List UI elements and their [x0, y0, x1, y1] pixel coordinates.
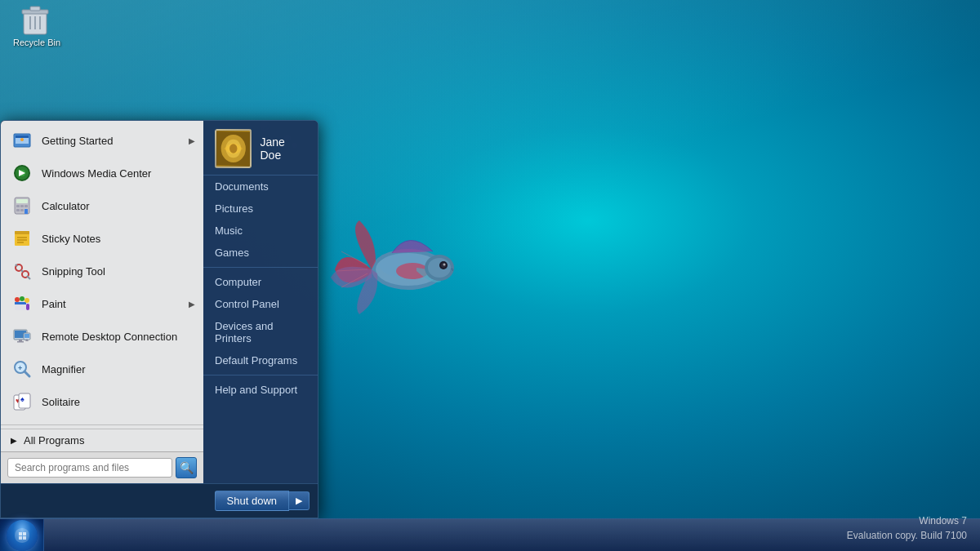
right-menu-pictures[interactable]: Pictures: [203, 198, 318, 220]
svg-rect-30: [24, 205, 28, 207]
svg-point-47: [20, 296, 24, 301]
right-separator-2: [203, 375, 318, 375]
solitaire-label: Solitaire: [42, 396, 194, 408]
menu-item-sticky-notes[interactable]: Sticky Notes: [1, 222, 203, 255]
svg-point-21: [20, 138, 24, 141]
sticky-notes-icon: [11, 227, 33, 250]
solitaire-icon: ♥ ♠: [11, 390, 33, 413]
right-menu-control-panel[interactable]: Control Panel: [203, 293, 318, 315]
getting-started-icon: [11, 129, 33, 152]
calculator-icon: [11, 194, 33, 217]
menu-separator: [1, 424, 203, 425]
svg-rect-35: [15, 231, 29, 234]
svg-point-11: [428, 258, 451, 278]
shutdown-row: Shut down ▶: [1, 483, 318, 518]
menu-item-calculator[interactable]: Calculator: [1, 189, 203, 222]
fish-decoration: [327, 180, 506, 359]
menu-item-paint[interactable]: Paint ▶: [1, 287, 203, 320]
svg-text:+: +: [18, 364, 22, 372]
svg-rect-55: [24, 334, 29, 338]
svg-line-43: [27, 276, 30, 279]
username-label: Jane Doe: [260, 136, 306, 162]
svg-point-48: [24, 298, 29, 303]
svg-rect-49: [26, 304, 29, 310]
wmc-icon: [11, 162, 33, 184]
wmc-label: Windows Media Center: [42, 167, 194, 180]
left-panel: Getting Started ▶: [1, 121, 203, 483]
svg-rect-27: [16, 199, 28, 203]
paint-arrow: ▶: [189, 300, 195, 309]
svg-rect-28: [16, 205, 20, 207]
sticky-notes-label: Sticky Notes: [42, 233, 194, 245]
remote-desktop-label: Remote Desktop Connection: [42, 331, 194, 343]
right-menu-music[interactable]: Music: [203, 220, 318, 242]
getting-started-arrow: ▶: [189, 136, 195, 145]
svg-rect-33: [24, 209, 28, 214]
left-panel-items: Getting Started ▶: [1, 121, 203, 421]
user-header: Jane Doe: [203, 121, 318, 176]
getting-started-label: Getting Started: [42, 135, 194, 147]
svg-point-14: [443, 264, 446, 266]
svg-rect-20: [16, 136, 29, 138]
remote-desktop-icon: [11, 325, 33, 348]
snipping-tool-label: Snipping Tool: [42, 265, 194, 278]
desktop: Recycle Bin: [0, 0, 980, 551]
menu-item-remote-desktop[interactable]: Remote Desktop Connection: [1, 320, 203, 353]
svg-line-58: [24, 371, 29, 376]
right-menu-default-programs[interactable]: Default Programs: [203, 349, 318, 371]
all-programs-label: All Programs: [24, 434, 84, 447]
right-panel: Jane Doe Documents Pictures Music Games: [203, 121, 318, 483]
right-menu-devices-printers[interactable]: Devices and Printers: [203, 315, 318, 349]
recycle-bin[interactable]: Recycle Bin: [8, 3, 65, 47]
watermark-line1: Windows 7: [847, 513, 967, 528]
start-menu-top: Getting Started ▶: [1, 121, 318, 483]
magnifier-label: Magnifier: [42, 363, 194, 375]
start-menu: Getting Started ▶: [0, 120, 318, 518]
svg-line-41: [21, 270, 23, 272]
right-menu-games[interactable]: Games: [203, 242, 318, 264]
svg-rect-45: [15, 302, 26, 304]
shutdown-button[interactable]: Shut down: [215, 491, 289, 511]
taskbar: [0, 518, 980, 551]
menu-item-solitaire[interactable]: ♥ ♠ Solitaire: [1, 385, 203, 418]
start-button[interactable]: [0, 519, 44, 552]
paint-icon: [11, 292, 33, 315]
watermark-line2: Evaluation copy. Build 7100: [847, 528, 967, 543]
user-avatar: [215, 129, 252, 168]
all-programs-arrow-icon: ▶: [11, 436, 17, 445]
svg-rect-2: [30, 7, 40, 11]
svg-line-42: [16, 264, 17, 266]
svg-rect-53: [17, 341, 24, 343]
recycle-bin-icon: [20, 3, 53, 36]
svg-point-46: [15, 297, 20, 302]
svg-point-67: [229, 144, 237, 153]
menu-item-snipping-tool[interactable]: Snipping Tool: [1, 255, 203, 287]
watermark: Windows 7 Evaluation copy. Build 7100: [847, 513, 967, 543]
calculator-label: Calculator: [42, 200, 194, 212]
recycle-bin-label: Recycle Bin: [13, 38, 60, 47]
search-bar: 🔍: [1, 451, 203, 483]
menu-item-getting-started[interactable]: Getting Started ▶: [1, 124, 203, 157]
right-menu-computer[interactable]: Computer: [203, 271, 318, 293]
svg-rect-52: [19, 340, 22, 341]
right-menu-documents[interactable]: Documents: [203, 176, 318, 198]
right-separator: [203, 267, 318, 268]
shutdown-label: Shut down: [227, 495, 277, 507]
magnifier-icon: +: [11, 358, 33, 380]
search-input[interactable]: [7, 458, 172, 478]
menu-item-windows-media-center[interactable]: Windows Media Center: [1, 157, 203, 189]
menu-item-magnifier[interactable]: + Magnifier: [1, 353, 203, 385]
all-programs-row[interactable]: ▶ All Programs: [1, 429, 203, 451]
paint-label: Paint: [42, 298, 194, 310]
svg-rect-29: [20, 205, 24, 207]
snipping-tool-icon: [11, 260, 33, 282]
start-orb: [7, 520, 38, 551]
svg-text:♠: ♠: [20, 395, 24, 403]
svg-rect-32: [20, 209, 24, 211]
search-button[interactable]: 🔍: [176, 457, 197, 478]
svg-rect-31: [16, 209, 20, 211]
shutdown-arrow-button[interactable]: ▶: [289, 491, 310, 510]
right-menu-help-support[interactable]: Help and Support: [203, 379, 318, 401]
